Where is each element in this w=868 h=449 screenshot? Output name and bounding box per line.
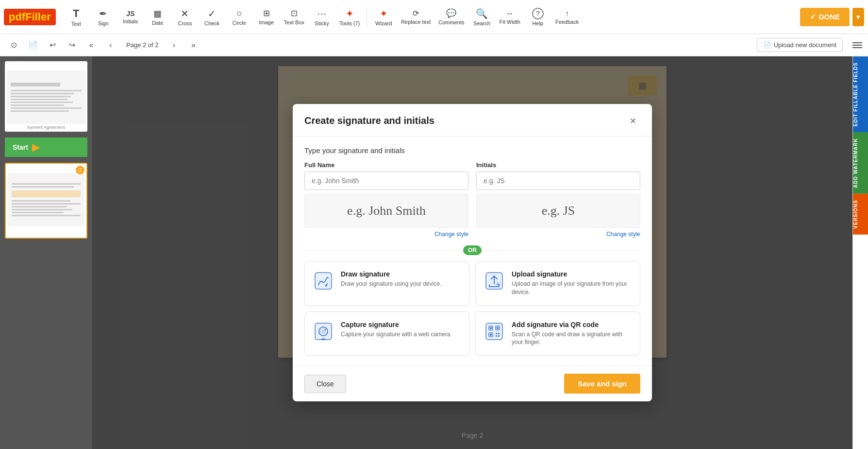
upload-label: Upload new document (774, 41, 836, 49)
tool-sticky[interactable]: ⋯ Sticky (309, 6, 334, 28)
tool-initials[interactable]: JS Initials (118, 8, 143, 26)
page-thumb-2[interactable]: 2 2 ▲ ▼ 🗑 ⋯ (5, 163, 87, 239)
main-area: 1 loyment Agreement Start ▶ (0, 56, 868, 449)
top-toolbar: pdfFiller T Text ✒ Sign JS Initials ▦ Da… (0, 0, 868, 34)
tool-search[interactable]: 🔍 Search (469, 6, 495, 28)
page-thumb-1[interactable]: 1 loyment Agreement (5, 61, 87, 132)
next-next-page-button[interactable]: » (186, 37, 201, 53)
tool-sign[interactable]: ✒ Sign (91, 6, 116, 28)
prev-prev-page-button[interactable]: « (83, 37, 99, 53)
tool-date[interactable]: ▦ Date (145, 6, 170, 28)
save-sign-button[interactable]: Save and sign (564, 374, 640, 394)
tool-check[interactable]: ✓ Check (200, 6, 225, 28)
highlight-line (12, 190, 81, 197)
initials-input[interactable] (476, 172, 640, 190)
tool-fitwidth-label: Fit Width (500, 19, 520, 25)
tool-replace[interactable]: ⟳ Replace text (398, 7, 434, 27)
thumb-up-button[interactable]: ▲ (8, 228, 14, 236)
logo-highlight: Filler (25, 11, 51, 23)
upload-signature-card[interactable]: Upload signature Upload an image of your… (475, 261, 640, 306)
initials-label: Initials (476, 161, 640, 169)
full-name-input[interactable] (304, 172, 468, 190)
add-watermark-tab[interactable]: ADD WATERMARK (853, 132, 868, 194)
next-page-button[interactable]: › (167, 37, 182, 53)
initials-change-style[interactable]: Change style (476, 231, 640, 238)
tool-text-label: Text (71, 21, 81, 27)
tool-sticky-label: Sticky (315, 20, 329, 26)
thumb-delete-button[interactable]: 🗑 (24, 228, 31, 236)
tool-image[interactable]: ⊞ Image (254, 6, 279, 27)
tool-comments-label: Comments (438, 19, 464, 25)
tool-comments[interactable]: 💬 Comments (435, 6, 467, 27)
close-button[interactable]: Close (304, 375, 346, 393)
page1-number: 1 (7, 63, 85, 69)
thumb-line (11, 93, 74, 94)
tool-circle[interactable]: ○ Circle (227, 6, 252, 28)
tool-feedback[interactable]: ↑ Feedback (552, 7, 582, 27)
new-doc-button[interactable]: 📄 (25, 37, 41, 53)
edit-fillable-label: EDIT FILLABLE FIELDS (853, 62, 858, 126)
draw-signature-card[interactable]: Draw signature Draw your signature using… (304, 261, 469, 306)
tool-textbox-label: Text Box (284, 19, 304, 25)
done-dropdown-button[interactable]: ▾ (852, 8, 864, 26)
option-cards: Draw signature Draw your signature using… (304, 261, 640, 356)
full-name-change-style[interactable]: Change style (304, 231, 468, 238)
tool-tools[interactable]: ✦ Tools (7) (336, 6, 363, 28)
modal-footer: Close Save and sign (293, 365, 652, 401)
thumb-tools: ▲ ▼ 🗑 ⋯ (8, 228, 84, 236)
draw-icon (313, 270, 334, 292)
wizard-icon: ✦ (380, 8, 388, 19)
replace-icon: ⟳ (413, 9, 419, 18)
thumb-line (12, 206, 67, 207)
tool-cross[interactable]: ✕ Cross (172, 6, 198, 28)
capture-signature-card[interactable]: Capture signature Capture your signature… (304, 311, 469, 356)
tool-check-label: Check (204, 20, 219, 26)
qr-signature-card[interactable]: Add signature via QR code Scan a QR code… (475, 311, 640, 356)
or-badge: OR (463, 245, 482, 255)
copy-button[interactable]: ⊙ (6, 37, 21, 53)
upload-icon: 📄 (763, 41, 771, 49)
thumb-down-button[interactable]: ▼ (16, 228, 22, 236)
initials-preview: e.g. JS (476, 194, 640, 228)
page2-number: 2 (8, 166, 84, 171)
thumb-line (12, 203, 81, 205)
versions-tab[interactable]: VERSIONS (853, 194, 868, 235)
tool-textbox[interactable]: ⊡ Text Box (281, 6, 307, 27)
thumb-line (11, 96, 71, 97)
redo-button[interactable]: ↪ (64, 37, 80, 53)
logo[interactable]: pdfFiller (4, 9, 56, 25)
done-button[interactable]: ✓ DONE (800, 8, 850, 26)
svg-rect-17 (496, 335, 497, 337)
thumb-more-button[interactable]: ⋯ (33, 228, 39, 236)
modal-body: Type your signature and initials Full Na… (293, 137, 652, 365)
tool-feedback-label: Feedback (555, 19, 579, 25)
undo-button[interactable]: ↩ (45, 37, 60, 53)
cross-icon: ✕ (181, 8, 189, 19)
secondary-toolbar: ⊙ 📄 ↩ ↪ « ‹ Page 2 of 2 › » 📄 Upload new… (0, 34, 868, 56)
prev-page-button[interactable]: ‹ (103, 37, 118, 53)
thumb-line (12, 209, 72, 210)
modal-title: Create signature and initials (304, 115, 434, 126)
thumb-title (11, 83, 60, 86)
tool-text[interactable]: T Text (64, 5, 89, 29)
tool-help[interactable]: ? Help (525, 6, 551, 28)
edit-fillable-tab[interactable]: EDIT FILLABLE FIELDS (853, 56, 868, 132)
tool-fitwidth[interactable]: ↔ Fit Width (497, 7, 523, 27)
circle-icon: ○ (236, 8, 242, 19)
modal-close-button[interactable]: × (626, 114, 640, 128)
page1-preview (7, 70, 85, 124)
tool-wizard[interactable]: ✦ Wizard (371, 6, 396, 28)
fitwidth-icon: ↔ (506, 9, 514, 18)
upload-doc-button[interactable]: 📄 Upload new document (757, 38, 843, 52)
thumb-line (12, 215, 81, 216)
thumb-line (12, 183, 81, 185)
tool-replace-label: Replace text (401, 19, 431, 25)
full-name-preview: e.g. John Smith (304, 194, 468, 228)
capture-card-content: Capture signature Capture your signature… (341, 321, 452, 339)
start-button[interactable]: Start ▶ (5, 138, 87, 157)
image-icon: ⊞ (263, 8, 270, 18)
qr-icon (484, 321, 505, 342)
menu-button[interactable] (852, 42, 862, 48)
help-icon: ? (532, 8, 544, 19)
draw-card-title: Draw signature (341, 270, 441, 278)
